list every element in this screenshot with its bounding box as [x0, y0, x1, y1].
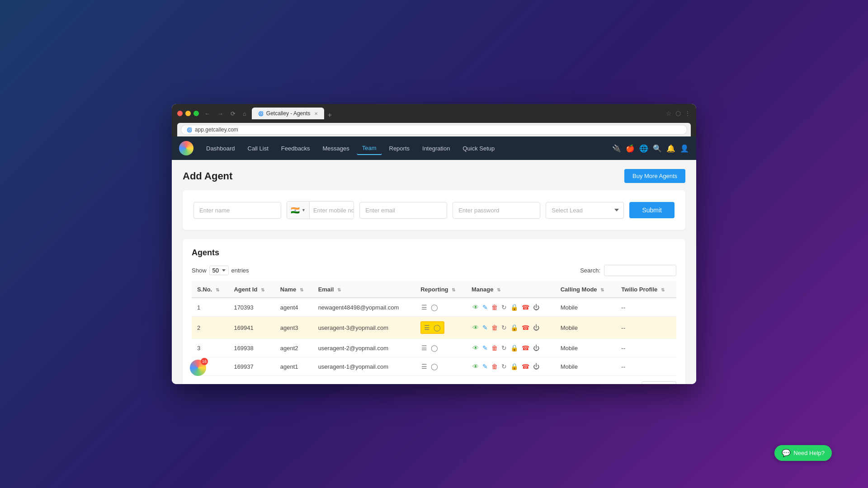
password-input[interactable]: [453, 202, 540, 219]
select-lead-dropdown[interactable]: Select Lead: [546, 202, 624, 219]
country-flag-selector[interactable]: 🇮🇳 ▼: [287, 202, 310, 219]
user-icon[interactable]: 👤: [680, 144, 689, 153]
col-email[interactable]: Email ⇅: [313, 282, 415, 298]
lock-icon[interactable]: 🔒: [509, 323, 519, 332]
delete-icon[interactable]: 🗑: [491, 303, 499, 312]
nav-messages[interactable]: Messages: [317, 142, 354, 155]
minimize-window-btn[interactable]: [185, 111, 191, 116]
globe-icon[interactable]: 🌐: [639, 144, 648, 153]
browser-chrome: ← → ⟳ ⌂ 🌀 Getcalley - Agents ✕ + ☆ ⬡ ⋮ 🌀: [172, 104, 696, 136]
url-text[interactable]: app.getcalley.com: [195, 127, 238, 133]
phone-icon[interactable]: ☎: [521, 323, 530, 332]
refresh-icon[interactable]: ↻: [500, 303, 508, 312]
list-icon[interactable]: ☰: [420, 362, 428, 371]
manage-icons: 👁 ✎ 🗑 ↻ 🔒 ☎ ⏻: [472, 343, 550, 352]
forward-btn[interactable]: →: [216, 110, 225, 117]
col-name[interactable]: Name ⇅: [275, 282, 313, 298]
email-input[interactable]: [359, 202, 447, 219]
clock-icon[interactable]: ◯: [433, 323, 442, 332]
maximize-window-btn[interactable]: [193, 111, 199, 116]
lock-icon[interactable]: 🔒: [509, 343, 519, 352]
delete-icon[interactable]: 🗑: [491, 323, 499, 332]
col-manage[interactable]: Manage ⇅: [466, 282, 555, 298]
nav-quick-setup[interactable]: Quick Setup: [457, 142, 500, 155]
clock-icon[interactable]: ◯: [430, 362, 439, 371]
view-icon[interactable]: 👁: [472, 343, 480, 352]
phone-icon[interactable]: ☎: [521, 343, 530, 352]
col-twilio-profile[interactable]: Twilio Profile ⇅: [616, 282, 676, 298]
pagination: Previous: [642, 381, 676, 384]
table-header: S.No. ⇅ Agent Id ⇅ Name ⇅: [192, 282, 676, 298]
view-icon[interactable]: 👁: [472, 303, 480, 312]
cell-calling-mode: Mobile: [555, 317, 616, 339]
back-btn[interactable]: ←: [203, 110, 212, 117]
show-label: Show: [192, 267, 207, 274]
cell-sno: 2: [192, 317, 228, 339]
refresh-icon[interactable]: ↻: [500, 362, 508, 371]
delete-icon[interactable]: 🗑: [491, 343, 499, 352]
view-icon[interactable]: 👁: [472, 362, 480, 371]
power-icon[interactable]: ⏻: [532, 303, 540, 312]
power-icon[interactable]: ⏻: [532, 343, 540, 352]
extensions-icon[interactable]: ⬡: [675, 110, 681, 117]
app-content: Dashboard Call List Feedbacks Messages T…: [172, 136, 696, 384]
flag-emoji: 🇮🇳: [291, 206, 300, 215]
mobile-input[interactable]: [310, 202, 354, 218]
edit-icon[interactable]: ✎: [481, 323, 489, 332]
edit-icon[interactable]: ✎: [481, 303, 489, 312]
plugin-icon[interactable]: 🔌: [612, 144, 621, 153]
phone-icon[interactable]: ☎: [521, 303, 530, 312]
new-tab-btn[interactable]: +: [325, 111, 335, 119]
bookmark-icon[interactable]: ☆: [666, 110, 672, 117]
clock-icon[interactable]: ◯: [430, 343, 439, 352]
list-icon[interactable]: ☰: [423, 323, 431, 332]
refresh-btn[interactable]: ⟳: [229, 110, 237, 117]
col-reporting[interactable]: Reporting ⇅: [415, 282, 466, 298]
notification-icon[interactable]: 🔔: [666, 144, 675, 153]
table-row: 2169941agent3useragent-3@yopmail.com ☰ ◯…: [192, 317, 676, 339]
view-icon[interactable]: 👁: [472, 323, 480, 332]
search-input[interactable]: [604, 265, 676, 276]
refresh-icon[interactable]: ↻: [500, 323, 508, 332]
search-icon[interactable]: 🔍: [653, 144, 662, 153]
nav-call-list[interactable]: Call List: [242, 142, 274, 155]
lock-icon[interactable]: 🔒: [509, 303, 519, 312]
col-sno[interactable]: S.No. ⇅: [192, 282, 228, 298]
nav-feedbacks[interactable]: Feedbacks: [276, 142, 316, 155]
active-tab[interactable]: 🌀 Getcalley - Agents ✕: [252, 108, 324, 119]
power-icon[interactable]: ⏻: [532, 362, 540, 371]
cell-name: agent4: [275, 298, 313, 317]
nav-integration[interactable]: Integration: [417, 142, 455, 155]
tab-close-btn[interactable]: ✕: [314, 111, 318, 116]
agents-section-title: Agents: [192, 248, 676, 258]
list-icon[interactable]: ☰: [420, 343, 428, 352]
previous-page-btn[interactable]: Previous: [642, 381, 676, 384]
clock-icon[interactable]: ◯: [430, 303, 439, 312]
col-agent-id[interactable]: Agent Id ⇅: [228, 282, 274, 298]
buy-more-agents-button[interactable]: Buy More Agents: [624, 169, 685, 183]
menu-icon[interactable]: ⋮: [684, 110, 691, 117]
close-window-btn[interactable]: [177, 111, 183, 116]
refresh-icon[interactable]: ↻: [500, 343, 508, 352]
edit-icon[interactable]: ✎: [481, 362, 489, 371]
phone-icon[interactable]: ☎: [521, 362, 530, 371]
col-calling-mode[interactable]: Calling Mode ⇅: [555, 282, 616, 298]
nav-team[interactable]: Team: [357, 142, 382, 155]
apple-icon[interactable]: 🍎: [626, 144, 635, 153]
lock-icon[interactable]: 🔒: [509, 362, 519, 371]
submit-button[interactable]: Submit: [629, 202, 675, 218]
address-bar: 🌀 app.getcalley.com: [177, 123, 691, 136]
nav-dashboard[interactable]: Dashboard: [201, 142, 241, 155]
delete-icon[interactable]: 🗑: [491, 362, 499, 371]
show-entries-control: Show 50 entries: [192, 266, 249, 275]
name-input[interactable]: [193, 202, 281, 219]
edit-icon[interactable]: ✎: [481, 343, 489, 352]
table-row: 1170393agent4newagent48498@yopmail.com ☰…: [192, 298, 676, 317]
logo-bubble: 16: [190, 360, 206, 376]
cell-calling-mode: Mobile: [555, 298, 616, 317]
home-btn[interactable]: ⌂: [241, 110, 248, 117]
entries-select[interactable]: 50: [209, 266, 229, 275]
list-icon[interactable]: ☰: [420, 303, 428, 312]
nav-reports[interactable]: Reports: [384, 142, 415, 155]
power-icon[interactable]: ⏻: [532, 323, 540, 332]
